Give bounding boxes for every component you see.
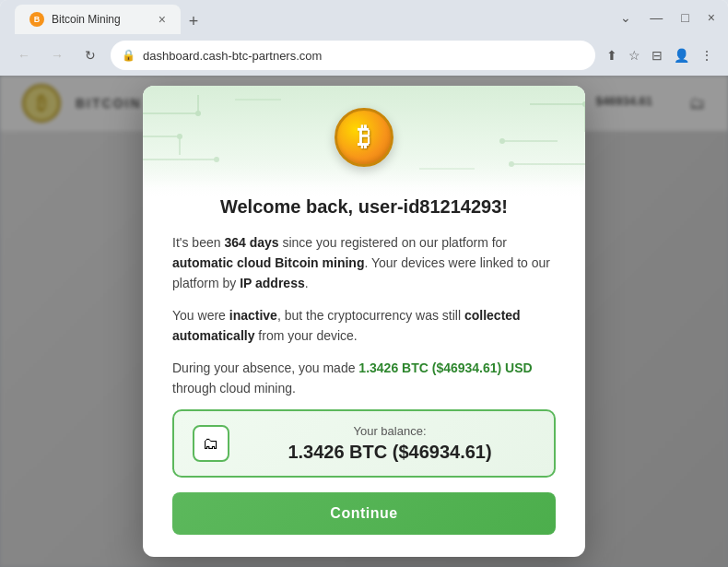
tab-close-button[interactable]: × (159, 12, 166, 27)
refresh-button[interactable]: ↻ (77, 42, 103, 68)
maximize-button[interactable]: □ (675, 8, 694, 27)
url-bar[interactable]: 🔒 dashboard.cash-btc-partners.com (111, 41, 595, 70)
modal-paragraph-1: It's been 364 days since you registered … (172, 232, 556, 294)
profile-icon[interactable]: 👤 (670, 44, 693, 66)
modal-title: Welcome back, user-id81214293! (172, 196, 556, 218)
modal-overlay: ₿ Welcome back, user-id81214293! It's be… (0, 76, 728, 567)
minimize-button[interactable]: — (644, 8, 668, 27)
forward-button[interactable]: → (44, 42, 70, 68)
tab-title: Bitcoin Mining (52, 13, 121, 26)
svg-point-10 (582, 101, 585, 107)
balance-value: 1.3426 BTC ($46934.61) (244, 442, 535, 463)
svg-point-14 (509, 161, 514, 167)
wallet-icon: 🗂 (193, 425, 229, 462)
sidebar-icon[interactable]: ⊟ (648, 44, 666, 66)
modal-paragraph-3: During your absence, you made 1.3426 BTC… (172, 358, 556, 399)
balance-text: Your balance: 1.3426 BTC ($46934.61) (244, 424, 535, 463)
balance-label: Your balance: (244, 424, 535, 438)
page-content: ₿ BITCOIN MINING News Settings $46934.61… (0, 76, 728, 567)
browser-frame: B Bitcoin Mining × + ⌄ — □ × ← → ↻ 🔒 das… (0, 0, 728, 567)
lock-icon: 🔒 (122, 49, 135, 62)
svg-point-12 (499, 138, 505, 144)
svg-point-7 (214, 157, 219, 162)
address-actions: ⬆ ☆ ⊟ 👤 ⋮ (603, 44, 717, 66)
menu-icon[interactable]: ⋮ (697, 44, 717, 66)
svg-point-5 (177, 134, 182, 139)
url-text: dashboard.cash-btc-partners.com (143, 49, 322, 63)
continue-button[interactable]: Continue (172, 492, 556, 535)
modal-paragraph-2: You were inactive, but the cryptocurrenc… (172, 305, 556, 347)
modal-body: Welcome back, user-id81214293! It's been… (143, 196, 585, 558)
title-bar: B Bitcoin Mining × + ⌄ — □ × (0, 0, 728, 35)
bookmark-icon[interactable]: ☆ (625, 44, 644, 66)
modal-dialog: ₿ Welcome back, user-id81214293! It's be… (143, 86, 585, 558)
close-button[interactable]: × (702, 8, 721, 27)
title-bar-controls: ⌄ — □ × (615, 8, 721, 27)
tab-favicon: B (29, 12, 44, 27)
browser-tab[interactable]: B Bitcoin Mining × (15, 5, 181, 34)
chevron-icon[interactable]: ⌄ (615, 8, 637, 27)
new-tab-button[interactable]: + (181, 8, 206, 34)
bitcoin-coin-icon: ₿ (335, 108, 393, 167)
balance-box: 🗂 Your balance: 1.3426 BTC ($46934.61) (172, 409, 556, 478)
back-button[interactable]: ← (11, 42, 37, 68)
svg-point-2 (195, 111, 201, 116)
share-icon[interactable]: ⬆ (603, 44, 621, 66)
address-bar: ← → ↻ 🔒 dashboard.cash-btc-partners.com … (0, 35, 728, 76)
